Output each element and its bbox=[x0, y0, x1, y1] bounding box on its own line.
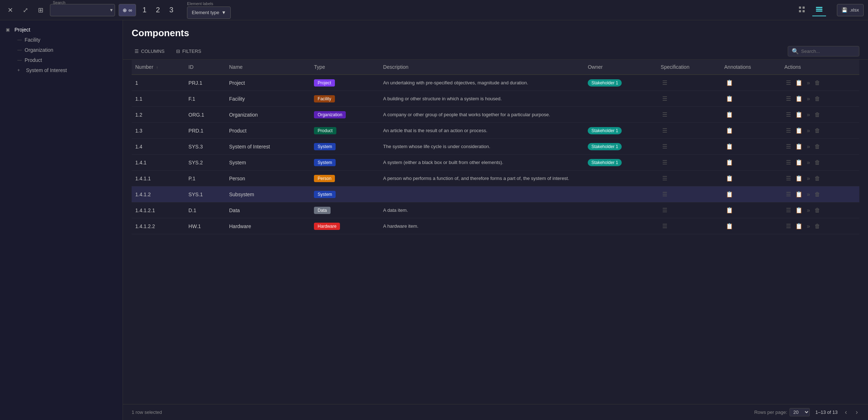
checklist-icon[interactable]: ☰ bbox=[784, 110, 792, 119]
delete-row-icon[interactable]: 🗑 bbox=[813, 159, 822, 167]
spec-icon[interactable]: ☰ bbox=[661, 127, 669, 134]
checklist-icon[interactable]: ☰ bbox=[784, 158, 792, 167]
checklist-icon[interactable]: ☰ bbox=[784, 190, 792, 198]
table-row[interactable]: 1.4.1.2.1 D.1 Data Data A data item. ☰ 📋… bbox=[132, 202, 859, 218]
sidebar-item-facility[interactable]: — Facility bbox=[0, 35, 123, 45]
expand-row-icon[interactable]: » bbox=[805, 127, 812, 135]
annot-icon[interactable]: 📋 bbox=[724, 143, 735, 150]
table-header-row: Number ↑ ID Name Type Description Owner … bbox=[132, 60, 859, 75]
layer-button[interactable]: ⊕ ∞ bbox=[119, 4, 136, 16]
table-row[interactable]: 1 PRJ.1 Project Project An undertaking w… bbox=[132, 75, 859, 91]
table-row[interactable]: 1.3 PRD.1 Product Product An article tha… bbox=[132, 123, 859, 139]
expand-row-icon[interactable]: » bbox=[805, 206, 812, 214]
delete-row-icon[interactable]: 🗑 bbox=[813, 127, 822, 135]
checklist-icon[interactable]: ☰ bbox=[784, 94, 792, 103]
expand-row-icon[interactable]: » bbox=[805, 79, 812, 87]
filters-button[interactable]: ⊟ FILTERS bbox=[173, 47, 204, 55]
cell-description: A company or other group of people that … bbox=[379, 107, 584, 123]
element-type-button[interactable]: Element type ▼ bbox=[187, 7, 231, 19]
table-search-input[interactable] bbox=[801, 49, 855, 54]
delete-row-icon[interactable]: 🗑 bbox=[813, 111, 822, 119]
sidebar: ▣ Project — Facility — Organization — Pr… bbox=[0, 20, 123, 420]
delete-row-icon[interactable]: 🗑 bbox=[813, 79, 822, 87]
cell-actions: ☰ 📋 » 🗑 bbox=[781, 171, 859, 186]
expand-row-icon[interactable]: » bbox=[805, 222, 812, 230]
delete-row-icon[interactable]: 🗑 bbox=[813, 222, 822, 230]
delete-row-icon[interactable]: 🗑 bbox=[813, 175, 822, 182]
notes-icon[interactable]: 📋 bbox=[794, 110, 804, 119]
pin-button[interactable]: ⊞ bbox=[35, 4, 46, 16]
sidebar-item-product[interactable]: — Product bbox=[0, 55, 123, 65]
expand-row-icon[interactable]: » bbox=[805, 159, 812, 167]
sidebar-item-project-label: Project bbox=[14, 27, 30, 33]
annot-icon[interactable]: 📋 bbox=[724, 175, 735, 182]
search-dropdown-button[interactable]: ▼ bbox=[109, 8, 114, 13]
notes-icon[interactable]: 📋 bbox=[794, 158, 804, 167]
table-row[interactable]: 1.2 ORG.1 Organization Organization A co… bbox=[132, 107, 859, 123]
sidebar-item-organization[interactable]: — Organization bbox=[0, 45, 123, 55]
delete-row-icon[interactable]: 🗑 bbox=[813, 143, 822, 151]
table-row[interactable]: 1.4 SYS.3 System of Interest System The … bbox=[132, 139, 859, 155]
expand-row-icon[interactable]: » bbox=[805, 190, 812, 198]
spec-icon[interactable]: ☰ bbox=[661, 111, 669, 118]
spec-icon[interactable]: ☰ bbox=[661, 190, 669, 198]
tree-view-button[interactable] bbox=[795, 4, 809, 16]
expand-row-icon[interactable]: » bbox=[805, 175, 812, 182]
num1-button[interactable]: 1 bbox=[140, 4, 149, 16]
checklist-icon[interactable]: ☰ bbox=[784, 222, 792, 230]
notes-icon[interactable]: 📋 bbox=[794, 126, 804, 135]
annot-icon[interactable]: 📋 bbox=[724, 95, 735, 102]
spec-icon[interactable]: ☰ bbox=[661, 95, 669, 102]
checklist-icon[interactable]: ☰ bbox=[784, 206, 792, 214]
expand-row-icon[interactable]: » bbox=[805, 95, 812, 103]
notes-icon[interactable]: 📋 bbox=[794, 79, 804, 87]
expand-row-icon[interactable]: » bbox=[805, 143, 812, 151]
table-row[interactable]: 1.4.1.1 P.1 Person Person A person who p… bbox=[132, 171, 859, 186]
spec-icon[interactable]: ☰ bbox=[661, 206, 669, 214]
annot-icon[interactable]: 📋 bbox=[724, 79, 735, 87]
notes-icon[interactable]: 📋 bbox=[794, 206, 804, 214]
close-button[interactable]: ✕ bbox=[4, 4, 16, 16]
num2-button[interactable]: 2 bbox=[153, 4, 163, 16]
annot-icon[interactable]: 📋 bbox=[724, 190, 735, 198]
spec-icon[interactable]: ☰ bbox=[661, 143, 669, 150]
annot-icon[interactable]: 📋 bbox=[724, 127, 735, 134]
notes-icon[interactable]: 📋 bbox=[794, 174, 804, 182]
search-input[interactable] bbox=[50, 4, 115, 16]
notes-icon[interactable]: 📋 bbox=[794, 222, 804, 230]
expand-row-icon[interactable]: » bbox=[805, 111, 812, 119]
spec-icon[interactable]: ☰ bbox=[661, 79, 669, 87]
annot-icon[interactable]: 📋 bbox=[724, 111, 735, 118]
table-row[interactable]: 1.1 F.1 Facility Facility A building or … bbox=[132, 91, 859, 107]
table-view-button[interactable] bbox=[812, 4, 826, 16]
checklist-icon[interactable]: ☰ bbox=[784, 174, 792, 182]
notes-icon[interactable]: 📋 bbox=[794, 142, 804, 151]
annot-icon[interactable]: 📋 bbox=[724, 159, 735, 166]
spec-icon[interactable]: ☰ bbox=[661, 175, 669, 182]
delete-row-icon[interactable]: 🗑 bbox=[813, 206, 822, 214]
expand-button[interactable]: ⤢ bbox=[20, 4, 31, 16]
annot-icon[interactable]: 📋 bbox=[724, 206, 735, 214]
export-button[interactable]: 💾 .xlsx bbox=[837, 4, 864, 16]
spec-icon[interactable]: ☰ bbox=[661, 222, 669, 230]
table-row[interactable]: 1.4.1.2 SYS.1 Subsystem System ☰ 📋 ☰ 📋 »… bbox=[132, 186, 859, 202]
cell-number: 1 bbox=[132, 75, 185, 91]
spec-icon[interactable]: ☰ bbox=[661, 159, 669, 166]
annot-icon[interactable]: 📋 bbox=[724, 222, 735, 230]
rows-per-page-select[interactable]: 20 50 100 bbox=[790, 408, 810, 416]
table-row[interactable]: 1.4.1.2.2 HW.1 Hardware Hardware A hardw… bbox=[132, 218, 859, 234]
checklist-icon[interactable]: ☰ bbox=[784, 142, 792, 151]
notes-icon[interactable]: 📋 bbox=[794, 94, 804, 103]
delete-row-icon[interactable]: 🗑 bbox=[813, 95, 822, 103]
columns-button[interactable]: ☰ COLUMNS bbox=[132, 47, 167, 55]
checklist-icon[interactable]: ☰ bbox=[784, 126, 792, 135]
checklist-icon[interactable]: ☰ bbox=[784, 79, 792, 87]
pagination-prev-button[interactable]: ‹ bbox=[843, 408, 848, 416]
pagination-next-button[interactable]: › bbox=[854, 408, 859, 416]
delete-row-icon[interactable]: 🗑 bbox=[813, 190, 822, 198]
sidebar-item-project[interactable]: ▣ Project bbox=[0, 25, 123, 35]
num3-button[interactable]: 3 bbox=[166, 4, 176, 16]
sidebar-item-system-of-interest[interactable]: + System of Interest bbox=[0, 65, 123, 75]
notes-icon[interactable]: 📋 bbox=[794, 190, 804, 198]
table-row[interactable]: 1.4.1 SYS.2 System System A system (eith… bbox=[132, 155, 859, 171]
